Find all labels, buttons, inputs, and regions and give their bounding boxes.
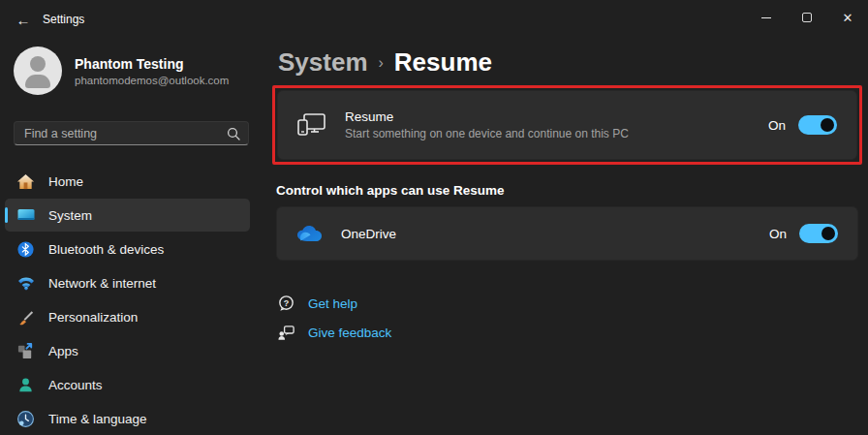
avatar	[14, 47, 62, 95]
breadcrumb-chevron-icon: ›	[379, 54, 384, 72]
main-content: System › Resume Resume Start something o…	[272, 39, 862, 348]
sidebar-item-accounts[interactable]: Accounts	[5, 368, 250, 401]
accounts-icon	[16, 375, 36, 395]
sidebar-item-label: Apps	[48, 344, 78, 358]
resume-devices-icon	[297, 112, 326, 138]
close-icon: ✕	[843, 12, 853, 24]
app-title: Settings	[43, 13, 84, 26]
get-help-link[interactable]: ? Get help	[276, 290, 862, 317]
give-feedback-link[interactable]: Give feedback	[276, 319, 862, 346]
breadcrumb-system[interactable]: System	[278, 47, 368, 78]
minimize-button[interactable]	[746, 0, 787, 35]
toggle-knob	[822, 227, 835, 240]
sidebar-item-system[interactable]: System	[5, 199, 250, 232]
give-feedback-label: Give feedback	[308, 326, 391, 340]
toggle-knob	[821, 118, 834, 132]
resume-toggle-state: On	[768, 118, 786, 133]
sidebar-item-label: Personalization	[48, 310, 138, 325]
account-summary[interactable]: Phantom Testing phantomodemos@outlook.co…	[14, 47, 262, 95]
get-help-icon: ?	[276, 294, 296, 314]
onedrive-toggle-state: On	[769, 227, 787, 241]
breadcrumb: System › Resume	[278, 47, 862, 83]
give-feedback-icon	[276, 323, 296, 343]
user-email: phantomodemos@outlook.com	[75, 75, 229, 86]
system-icon	[16, 205, 36, 226]
sidebar-item-personalization[interactable]: Personalization	[5, 300, 250, 333]
red-highlight-annotation: Resume Start something on one device and…	[272, 85, 862, 165]
maximize-icon	[802, 13, 812, 22]
sidebar-item-label: Network & internet	[48, 276, 156, 291]
user-name: Phantom Testing	[75, 56, 229, 72]
back-button[interactable]: ←	[8, 6, 39, 33]
resume-toggle[interactable]	[798, 115, 837, 135]
time-language-icon	[16, 409, 36, 429]
page-title: Resume	[394, 47, 492, 78]
sidebar-item-home[interactable]: Home	[5, 165, 250, 198]
resume-setting-title: Resume	[345, 109, 768, 124]
search-box[interactable]	[14, 121, 249, 145]
resume-setting-card: Resume Start something on one device and…	[277, 90, 857, 160]
sidebar-item-bluetooth-devices[interactable]: Bluetooth & devices	[5, 233, 250, 265]
sidebar-item-label: Bluetooth & devices	[48, 242, 164, 257]
onedrive-setting-card: OneDrive On	[276, 206, 858, 261]
bluetooth-icon	[16, 239, 36, 260]
sidebar-item-network-internet[interactable]: Network & internet	[5, 266, 250, 299]
apps-icon	[16, 341, 36, 361]
sidebar-item-label: Accounts	[48, 378, 103, 392]
sidebar-item-apps[interactable]: Apps	[5, 334, 250, 367]
search-icon	[227, 127, 240, 140]
avatar-person-icon	[30, 56, 46, 72]
minimize-icon	[761, 17, 771, 18]
sidebar-item-label: Time & language	[48, 412, 147, 426]
window-controls: ✕	[746, 0, 868, 35]
resume-setting-description: Start something on one device and contin…	[345, 127, 768, 140]
sidebar-item-time-language[interactable]: Time & language	[5, 402, 250, 435]
sidebar-nav: Home System Bluetooth & devices	[5, 165, 250, 435]
sidebar: Phantom Testing phantomodemos@outlook.co…	[0, 39, 262, 435]
onedrive-setting-title: OneDrive	[341, 227, 769, 241]
personalization-icon	[16, 307, 36, 327]
maximize-button[interactable]	[787, 0, 827, 35]
section-header: Control which apps can use Resume	[276, 183, 862, 198]
sidebar-item-label: System	[48, 208, 92, 223]
close-button[interactable]: ✕	[827, 0, 868, 35]
home-icon	[16, 171, 36, 192]
get-help-label: Get help	[308, 296, 357, 311]
network-icon	[16, 273, 36, 294]
onedrive-toggle[interactable]	[799, 224, 838, 243]
onedrive-icon	[296, 225, 323, 242]
help-links: ? Get help Give feedback	[276, 290, 862, 346]
titlebar: ← Settings ✕	[0, 0, 868, 39]
svg-text:?: ?	[284, 297, 290, 307]
sidebar-item-label: Home	[48, 174, 83, 189]
back-arrow-icon: ←	[16, 12, 31, 28]
search-input[interactable]	[24, 127, 227, 140]
